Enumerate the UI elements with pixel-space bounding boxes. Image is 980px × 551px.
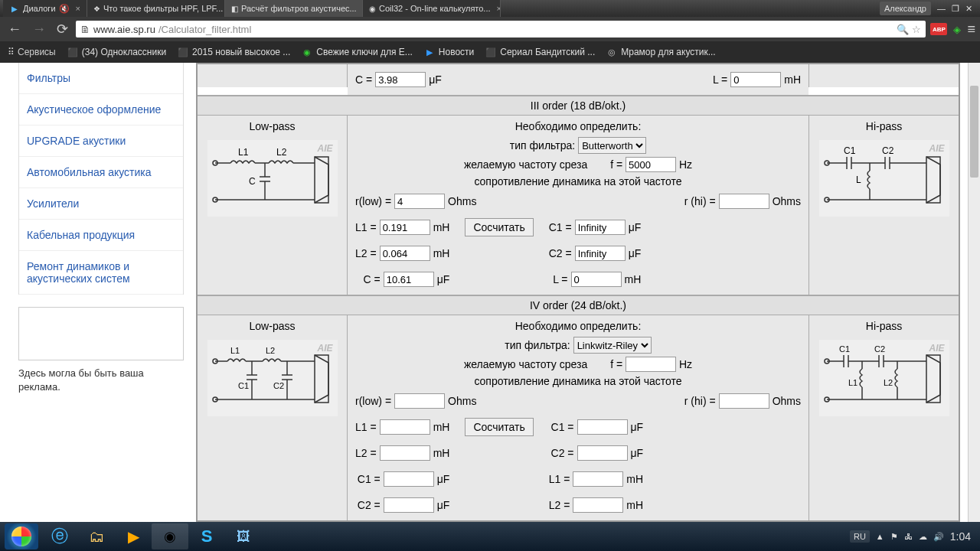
calculate-button[interactable]: Сосчитать	[465, 418, 533, 436]
define-label: Необходимо определить:	[355, 120, 801, 132]
minimize-icon[interactable]: —	[937, 4, 946, 13]
taskbar-ie[interactable]: ⓔ	[41, 523, 78, 549]
sidebar-item-amplifiers[interactable]: Усилители	[19, 188, 183, 220]
tray-volume-icon[interactable]: 🔊	[933, 532, 944, 542]
ad-placeholder	[18, 307, 184, 360]
filter-type-select[interactable]: Linkwitz-Riley	[573, 337, 652, 354]
sidebar-item-cables[interactable]: Кабельная продукция	[19, 220, 183, 251]
filter-type-label: тип фильтра:	[510, 139, 575, 152]
apps-button[interactable]: ⠿ Сервисы	[5, 47, 59, 57]
tray-cloud-icon[interactable]: ☁	[919, 532, 927, 542]
calculate-button[interactable]: Сосчитать	[465, 218, 533, 236]
taskbar-explorer[interactable]: 🗂	[78, 523, 115, 549]
c2-output[interactable]	[575, 246, 626, 261]
bookmark-keys[interactable]: ◉Свежие ключи для E...	[298, 46, 415, 58]
windows-taskbar: ⓔ 🗂 ▶ ◉ S 🖼 RU ▲ ⚑ 🖧 ☁ 🔊 1:04	[0, 522, 980, 551]
reload-button[interactable]: ⟳	[54, 21, 71, 37]
favicon-icon: ◎	[606, 46, 618, 58]
sidebar-item-filters[interactable]: Фильтры	[19, 63, 183, 94]
sidebar-item-car-audio[interactable]: Автомобильная акустика	[19, 157, 183, 188]
clock[interactable]: 1:04	[950, 530, 971, 543]
lowpass-circuit: AIE L1 L2	[207, 340, 338, 416]
svg-text:C2: C2	[874, 344, 885, 354]
unit: μF	[429, 73, 442, 86]
sidebar-item-upgrade[interactable]: UPGRADE акустики	[19, 126, 183, 157]
unit: mH	[784, 73, 801, 86]
close-icon[interactable]: ×	[76, 4, 80, 13]
sidebar-item-repair[interactable]: Ремонт динамиков и акустических систем	[19, 251, 183, 295]
freq-input[interactable]	[626, 357, 676, 372]
tray-action-center-icon[interactable]: ⚑	[890, 532, 898, 542]
c2low-output[interactable]	[384, 497, 434, 513]
filter-type-select[interactable]: Butterworth	[578, 137, 646, 154]
l1-output[interactable]	[380, 419, 430, 435]
hl-output[interactable]	[571, 272, 622, 287]
tab-coil32[interactable]: ◉ Coil32 - On-line калькулято... ×	[363, 0, 501, 17]
rlow-input[interactable]	[394, 393, 445, 409]
tab-hpf-lpf[interactable]: ❖ Что такое фильтры HPF, LPF... ×	[87, 0, 225, 17]
c-output[interactable]	[384, 272, 434, 287]
freq-input[interactable]	[626, 157, 676, 172]
hl1-output[interactable]	[573, 471, 623, 487]
user-badge[interactable]: Александр	[880, 2, 931, 15]
tab-dialogs[interactable]: ▶ Диалоги 🔇 ×	[3, 0, 87, 17]
abp-icon[interactable]: ABP	[930, 23, 947, 35]
bookmark-2015[interactable]: ⬛2015 новый высокое ...	[174, 46, 293, 58]
taskbar-media[interactable]: ▶	[115, 523, 152, 549]
close-icon[interactable]: ×	[497, 4, 501, 13]
svg-text:C2: C2	[273, 381, 284, 390]
maximize-icon[interactable]: ❐	[952, 4, 959, 14]
l-label: L =	[713, 73, 727, 86]
c-output[interactable]	[375, 72, 426, 87]
bookmark-news[interactable]: ▶Новости	[420, 46, 477, 58]
address-bar[interactable]: 🗎 www.aie.sp.ru/Calculator_filter.html 🔍…	[76, 21, 926, 37]
sidebar: Фильтры Акустическое оформление UPGRADE …	[18, 63, 184, 394]
menu-icon[interactable]: ≡	[967, 21, 975, 37]
l2-output[interactable]	[380, 445, 430, 461]
svg-text:L1: L1	[230, 346, 240, 355]
tray-up-icon[interactable]: ▲	[876, 532, 884, 541]
favicon-icon: ⬛	[485, 46, 497, 58]
hipass-circuit: AIE C1 C2	[819, 340, 949, 416]
c1-output[interactable]	[575, 220, 626, 235]
tab-calculator[interactable]: ◧ Расчёт фильтров акустичес... ×	[225, 0, 363, 17]
bookmark-serial[interactable]: ⬛Сериал Бандитский ...	[482, 46, 598, 58]
svg-text:C2: C2	[882, 145, 894, 156]
rhi-input[interactable]	[719, 393, 769, 409]
bookmark-marble[interactable]: ◎Мрамор для акустик...	[603, 46, 719, 58]
close-icon[interactable]: ✕	[965, 4, 972, 14]
tray-network-icon[interactable]: 🖧	[904, 532, 913, 541]
ad-text: Здесь могла бы быть ваша реклама.	[18, 367, 184, 394]
rlow-input[interactable]	[394, 194, 445, 209]
page-content: Фильтры Акустическое оформление UPGRADE …	[0, 63, 980, 522]
page-icon: 🗎	[80, 24, 90, 35]
order4-header: IV order (24 dB/okt.)	[198, 295, 959, 315]
c2-output[interactable]	[577, 445, 628, 461]
taskbar-skype[interactable]: S	[188, 523, 225, 549]
filter-type-label: тип фильтра:	[505, 339, 570, 351]
bookmark-star-icon[interactable]: ☆	[912, 24, 921, 35]
rhi-input[interactable]	[719, 194, 769, 209]
taskbar-pictures[interactable]: 🖼	[225, 523, 262, 549]
c1low-output[interactable]	[384, 471, 434, 487]
start-button[interactable]	[5, 523, 38, 549]
url-host: www.aie.sp.ru	[93, 24, 155, 35]
scrollbar-thumb[interactable]	[970, 86, 978, 178]
taskbar-chrome[interactable]: ◉	[152, 523, 188, 549]
tab-mute-icon[interactable]: 🔇	[59, 4, 70, 14]
back-button[interactable]: ←	[5, 21, 24, 37]
bookmark-odnoklassniki[interactable]: ⬛(34) Одноклассники	[64, 46, 169, 58]
l1-output[interactable]	[380, 220, 430, 235]
language-indicator[interactable]: RU	[850, 530, 870, 543]
l2-output[interactable]	[380, 246, 430, 261]
impedance-label: сопротивление динамика на этой частоте	[474, 175, 681, 187]
tab-label: Coil32 - On-line калькулято...	[379, 4, 491, 13]
c1-output[interactable]	[577, 419, 628, 435]
l-output[interactable]	[730, 72, 781, 87]
shield-icon[interactable]: ◈	[953, 24, 961, 35]
hl2-output[interactable]	[573, 497, 623, 513]
vertical-scrollbar[interactable]	[968, 63, 980, 522]
search-icon[interactable]: 🔍	[897, 24, 909, 35]
forward-button[interactable]: →	[29, 21, 49, 37]
sidebar-item-acoustic-design[interactable]: Акустическое оформление	[19, 94, 183, 126]
